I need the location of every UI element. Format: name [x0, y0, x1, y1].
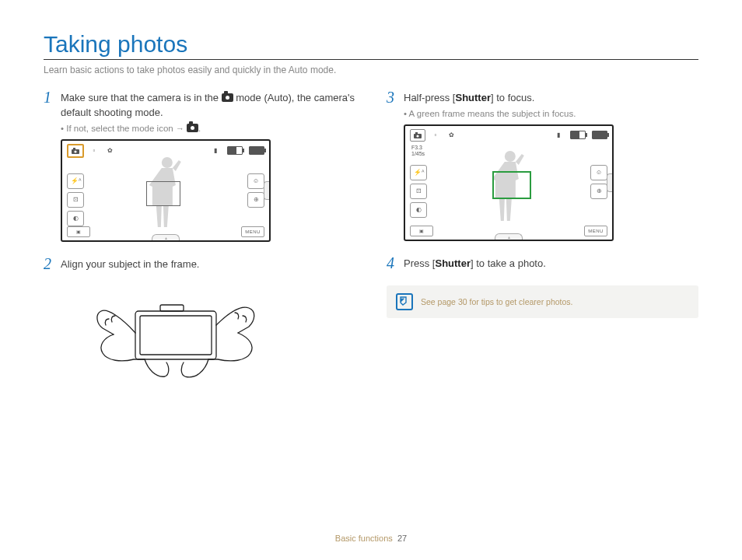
size-indicator-icon: ▫	[430, 131, 441, 138]
antenna-icon: ⊕	[590, 184, 607, 199]
face-detect-icon: ☺	[247, 173, 264, 189]
step-number: 2	[44, 256, 54, 271]
step-text: Align your subject in the frame.	[61, 256, 199, 272]
svg-rect-4	[135, 311, 216, 359]
step-number: 3	[387, 89, 397, 105]
timer-icon: ◐	[67, 211, 84, 226]
person-indicator-icon: ✿	[446, 131, 457, 138]
step-text: Make sure that the camera is in the mode…	[61, 89, 355, 121]
intro-text: Learn basic actions to take photos easil…	[44, 65, 698, 75]
note-icon	[396, 293, 413, 310]
side-tab-handle	[264, 181, 269, 200]
person-indicator-icon: ✿	[104, 147, 115, 154]
step-2: 2 Align your subject in the frame.	[44, 256, 355, 398]
step-number: 4	[387, 255, 397, 271]
flash-auto-icon: ⚡ᴬ	[67, 173, 84, 189]
step-1: 1 Make sure that the camera is in the mo…	[44, 89, 355, 242]
step-number: 1	[44, 89, 54, 105]
focus-rectangle-green	[492, 171, 531, 199]
size-indicator-icon: ▫	[89, 147, 100, 154]
face-detect-icon: ☺	[590, 165, 607, 180]
mode-camera-icon	[67, 144, 84, 158]
step-text: Half-press [Shutter] to focus.	[404, 89, 534, 106]
flash-auto-icon: ⚡ᴬ	[410, 165, 427, 180]
memory-icon: ▮	[553, 131, 564, 138]
camera-auto-icon	[187, 124, 198, 132]
svg-point-9	[416, 135, 418, 137]
step-4: 4 Press [Shutter] to take a photo.	[387, 255, 698, 271]
focus-rectangle	[146, 181, 180, 206]
battery-full-icon	[592, 131, 607, 139]
battery-icon	[570, 131, 586, 139]
svg-point-10	[505, 151, 516, 162]
bottom-tab-handle: ▴	[152, 234, 180, 240]
svg-rect-1	[73, 148, 75, 149]
memory-icon: ▮	[210, 147, 221, 154]
page-footer: Basic functions 27	[0, 534, 742, 543]
antenna-icon: ⊕	[247, 192, 264, 208]
mode-camera-icon	[410, 129, 425, 142]
battery-icon	[227, 146, 243, 155]
page-title: Taking photos	[44, 31, 698, 60]
bottom-tab-handle: ▴	[495, 233, 523, 240]
menu-button: MENU	[584, 226, 607, 236]
battery-full-icon	[249, 146, 264, 155]
timer-icon: ◐	[410, 202, 427, 218]
gallery-button-icon: ▣	[410, 226, 433, 236]
tip-note: See page 30 for tips to get clearer phot…	[387, 285, 698, 318]
focus-mode-icon: ⊡	[410, 184, 427, 199]
camera-screen-1: ▫ ✿ ▮ ⚡ᴬ ⊡ ◐ ☺ ⊕	[61, 139, 271, 242]
exposure-readout: F3.3 1/45s	[411, 145, 425, 156]
svg-rect-6	[160, 305, 184, 311]
step-text: Press [Shutter] to take a photo.	[404, 255, 546, 271]
note-text: See page 30 for tips to get clearer phot…	[421, 297, 573, 306]
svg-point-3	[162, 157, 173, 168]
svg-rect-5	[140, 316, 212, 355]
camera-screen-2: ▫ ✿ ▮ F3.3 1/45s ⚡ᴬ ⊡ ◐ ☺	[404, 124, 614, 241]
svg-rect-8	[415, 132, 418, 134]
svg-point-2	[74, 150, 76, 152]
menu-button: MENU	[241, 226, 264, 237]
camera-auto-icon	[222, 93, 233, 102]
step-3-bullet: A green frame means the subject in focus…	[404, 109, 698, 118]
side-tab-handle	[607, 173, 612, 192]
step-3: 3 Half-press [Shutter] to focus. A green…	[387, 89, 698, 241]
gallery-button-icon: ▣	[67, 226, 90, 237]
focus-mode-icon: ⊡	[67, 192, 84, 208]
step-1-bullet: If not, select the mode icon → .	[61, 124, 355, 133]
hands-holding-camera-illustration	[67, 278, 277, 395]
